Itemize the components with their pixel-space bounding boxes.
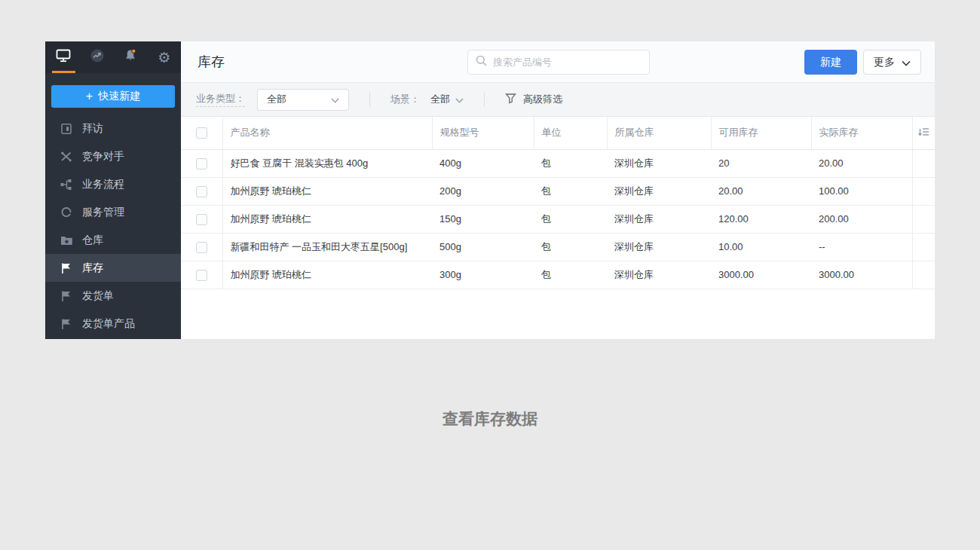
screenshot-caption: 查看库存数据 — [0, 408, 980, 429]
scene-select[interactable]: 全部 — [430, 93, 464, 106]
select-all-checkbox[interactable] — [196, 127, 207, 139]
column-header-unit: 单位 — [534, 117, 607, 149]
flow-icon — [60, 178, 72, 191]
sidebar-item-workflow[interactable]: 业务流程 — [45, 170, 181, 198]
advanced-filter[interactable]: 高级筛选 — [505, 93, 562, 106]
scene-value: 全部 — [430, 93, 450, 106]
sidebar-topbar: ⚙ — [45, 41, 181, 73]
cell-actual: 3000.00 — [811, 261, 912, 289]
circular-arrow-icon — [60, 206, 72, 218]
row-checkbox[interactable] — [196, 158, 207, 170]
search-input[interactable] — [493, 57, 642, 68]
quick-create-label: 快速新建 — [98, 90, 140, 103]
sidebar-item-label: 拜访 — [82, 122, 103, 136]
more-button[interactable]: 更多 — [863, 50, 921, 75]
sidebar-item-label: 发货单 — [82, 289, 114, 303]
cell-warehouse: 深圳仓库 — [607, 261, 711, 289]
bell-icon — [123, 48, 138, 66]
sidebar-item-label: 服务管理 — [82, 206, 124, 219]
cell-unit: 包 — [534, 149, 607, 177]
row-checkbox[interactable] — [196, 186, 207, 197]
page-header: 库存 新建 更多 — [181, 41, 935, 83]
table-header-row: 产品名称 规格型号 单位 所属仓库 可用库存 实际库存 — [181, 117, 935, 149]
page-title: 库存 — [198, 53, 225, 71]
sidebar-item-label: 竞争对手 — [82, 150, 124, 163]
cell-unit: 包 — [534, 205, 607, 233]
settings-tab[interactable]: ⚙ — [148, 41, 182, 73]
cell-product-name: 加州原野 琥珀桃仁 — [222, 177, 432, 205]
flag-icon — [60, 317, 72, 330]
column-header-warehouse: 所属仓库 — [607, 117, 711, 149]
filter-bar: 业务类型： 全部 场景： 全部 高级筛选 — [181, 83, 935, 117]
sidebar-item-shipment-products[interactable]: 发货单产品 — [45, 310, 181, 338]
divider — [369, 92, 370, 107]
sidebar: ⚙ + 快速新建 拜访 竞争对手 — [45, 41, 181, 339]
door-icon — [60, 122, 72, 135]
cell-actual: 100.00 — [811, 177, 912, 205]
sidebar-item-inventory[interactable]: 库存 — [45, 254, 181, 282]
cell-available: 20.00 — [711, 177, 811, 205]
crossed-tools-icon — [60, 150, 72, 163]
sidebar-item-competitors[interactable]: 竞争对手 — [45, 142, 181, 170]
sidebar-menu: 拜访 竞争对手 业务流程 服务管理 — [45, 115, 181, 338]
row-checkbox[interactable] — [196, 242, 207, 253]
quick-create-button[interactable]: + 快速新建 — [51, 85, 175, 108]
workbench-tab[interactable] — [47, 41, 81, 73]
plus-icon: + — [86, 90, 93, 102]
sidebar-item-warehouse[interactable]: 仓库 — [45, 226, 181, 254]
cell-spec: 500g — [432, 233, 534, 261]
notifications-tab[interactable] — [114, 41, 148, 73]
chevron-down-icon — [331, 94, 339, 105]
cell-warehouse: 深圳仓库 — [607, 149, 711, 177]
cell-available: 120.00 — [711, 205, 811, 233]
more-button-label: 更多 — [874, 56, 895, 69]
table-row[interactable]: 新疆和田特产 一品玉和田大枣五星[500g] 500g 包 深圳仓库 10.00… — [181, 233, 935, 261]
advanced-filter-label: 高级筛选 — [523, 93, 562, 106]
cell-warehouse: 深圳仓库 — [607, 205, 711, 233]
search-box — [467, 50, 650, 75]
sidebar-item-service[interactable]: 服务管理 — [45, 198, 181, 226]
analytics-tab[interactable] — [81, 41, 115, 73]
flag-icon — [60, 289, 72, 302]
row-checkbox[interactable] — [196, 270, 207, 281]
chevron-down-icon — [902, 57, 911, 69]
main-panel: 库存 新建 更多 业务类型： 全部 — [181, 41, 935, 339]
cell-available: 10.00 — [711, 233, 811, 261]
sidebar-item-label: 仓库 — [82, 234, 103, 247]
cell-available: 20 — [711, 149, 811, 177]
cell-available: 3000.00 — [711, 261, 811, 289]
monitor-icon — [56, 49, 71, 66]
gear-icon: ⚙ — [158, 50, 170, 65]
cell-product-name: 加州原野 琥珀桃仁 — [222, 205, 432, 233]
cell-spec: 150g — [432, 205, 534, 233]
cell-product-name: 新疆和田特产 一品玉和田大枣五星[500g] — [222, 233, 432, 261]
scene-label: 场景： — [390, 93, 420, 107]
column-settings-icon[interactable] — [918, 127, 929, 137]
new-button[interactable]: 新建 — [804, 50, 857, 75]
sidebar-item-visits[interactable]: 拜访 — [45, 115, 181, 142]
column-header-spec: 规格型号 — [432, 117, 534, 149]
column-header-actual: 实际库存 — [811, 117, 912, 149]
sidebar-item-label: 业务流程 — [82, 178, 124, 191]
cell-warehouse: 深圳仓库 — [607, 233, 711, 261]
cell-actual: 20.00 — [811, 149, 912, 177]
business-type-select[interactable]: 全部 — [257, 89, 349, 111]
divider — [484, 92, 485, 107]
table-row[interactable]: 加州原野 琥珀桃仁 150g 包 深圳仓库 120.00 200.00 — [181, 205, 935, 233]
flag-icon — [60, 261, 72, 274]
column-header-product-name: 产品名称 — [222, 117, 432, 149]
table-row[interactable]: 加州原野 琥珀桃仁 200g 包 深圳仓库 20.00 100.00 — [181, 177, 935, 205]
row-checkbox[interactable] — [196, 214, 207, 225]
sidebar-item-shipments[interactable]: 发货单 — [45, 282, 181, 310]
business-type-label: 业务类型： — [196, 92, 245, 107]
inventory-table: 产品名称 规格型号 单位 所属仓库 可用库存 实际库存 — [181, 117, 935, 339]
trend-circle-icon — [90, 48, 105, 66]
column-header-available: 可用库存 — [711, 117, 811, 149]
table-row[interactable]: 好巴食 豆腐干 混装实惠包 400g 400g 包 深圳仓库 20 20.00 — [181, 149, 935, 177]
cell-product-name: 好巴食 豆腐干 混装实惠包 400g — [222, 149, 432, 177]
search-icon — [476, 55, 487, 69]
cell-spec: 300g — [432, 261, 534, 289]
cell-warehouse: 深圳仓库 — [607, 177, 711, 205]
cell-spec: 400g — [432, 149, 534, 177]
table-row[interactable]: 加州原野 琥珀桃仁 300g 包 深圳仓库 3000.00 3000.00 — [181, 261, 935, 289]
